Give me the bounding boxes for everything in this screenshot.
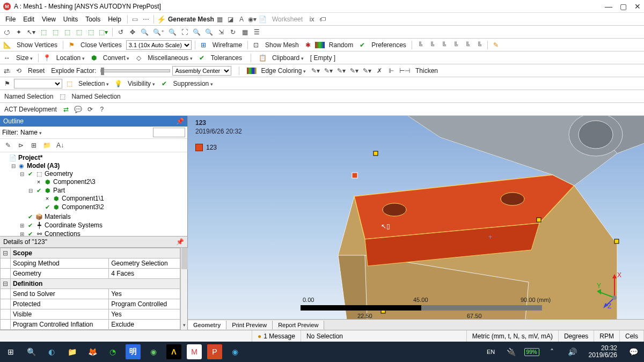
ansys-icon[interactable]: Λ (166, 344, 181, 359)
zoom-icon[interactable]: 🔍 (204, 27, 214, 37)
filter-value[interactable]: Name (20, 129, 42, 136)
tab-print-preview[interactable]: Print Preview (226, 321, 273, 329)
menu-help[interactable]: Help (105, 14, 125, 24)
menu-tools[interactable]: Tools (82, 14, 104, 24)
battery-indicator[interactable]: 99% (524, 348, 539, 356)
cursor-icon[interactable]: ↖▾ (26, 27, 36, 37)
toolbar-icon[interactable]: ▦ (240, 27, 250, 37)
filter-input[interactable] (153, 128, 185, 137)
close-button[interactable]: ✕ (634, 2, 641, 11)
tree-geometry[interactable]: Geometry (45, 170, 73, 178)
act-help-icon[interactable]: ? (97, 105, 107, 114)
clipboard-dropdown[interactable]: Clipboard (270, 54, 306, 62)
toolbar-icon[interactable]: ◉▾ (247, 14, 257, 24)
preferences-button[interactable]: Preferences (369, 41, 408, 49)
zoom-icon[interactable]: 🔍 (192, 27, 202, 37)
tab-geometry[interactable]: Geometry (188, 321, 226, 329)
maximize-button[interactable]: ▢ (620, 2, 627, 11)
status-messages[interactable]: ●1 Message (252, 330, 301, 342)
cube-icon[interactable]: ⬚ (50, 27, 60, 37)
show-vertices-button[interactable]: Show Vertices (14, 41, 60, 49)
toolbar-icon[interactable]: ✦ (14, 27, 24, 37)
edge-icon[interactable]: ✎▾ (310, 66, 321, 76)
named-selection-button[interactable]: Named Selection (69, 93, 122, 100)
cube-icon[interactable]: ⬚ (39, 27, 48, 37)
sort-icon[interactable]: A↓ (55, 141, 65, 150)
cube-icon[interactable]: ⬚ (74, 27, 84, 37)
zoom-box-icon[interactable]: ⛶ (180, 27, 189, 37)
tree-connections[interactable]: Connections (45, 230, 80, 236)
edge-icon[interactable]: ✎▾ (336, 66, 347, 76)
act-icon[interactable]: 💬 (73, 105, 83, 114)
toolbar-icon[interactable]: ▦ (215, 14, 225, 24)
menu-view[interactable]: View (39, 14, 59, 24)
menu-units[interactable]: Units (60, 14, 81, 24)
pan-icon[interactable]: ✥ (128, 27, 137, 37)
edge-icon[interactable]: ✎▾ (362, 66, 372, 76)
generate-mesh-button[interactable]: Generate Mesh (168, 16, 214, 23)
expand-icon[interactable]: ⊞ (29, 141, 39, 150)
language-indicator[interactable]: EN (484, 344, 499, 359)
details-value[interactable]: Yes (109, 309, 180, 320)
details-scrollbar[interactable]: ▴ ▾ (180, 248, 188, 330)
thicken-button[interactable]: Thicken (413, 67, 440, 75)
axis-icon[interactable]: ╚ (427, 40, 437, 50)
toolbar-icon[interactable]: ix (307, 14, 317, 24)
details-value[interactable]: Yes (109, 289, 180, 299)
tree-project[interactable]: Project* (18, 154, 42, 161)
pin-icon[interactable]: 📌 (176, 117, 184, 125)
toolbar-icon[interactable]: A (237, 14, 246, 24)
outline-tool-icon[interactable]: ⊳ (16, 141, 26, 150)
misc-dropdown[interactable]: Miscellaneous (145, 54, 195, 62)
edge-icon[interactable]: ✎▾ (349, 66, 360, 76)
gmail-icon[interactable]: M (187, 344, 202, 359)
toolbar-icon[interactable]: ⭯ (2, 27, 12, 37)
toolbar-icon[interactable]: ▭ (130, 14, 140, 24)
minimize-button[interactable]: — (605, 2, 612, 11)
toolbar-icon[interactable]: ✎ (491, 40, 501, 50)
power-icon[interactable]: 🔌 (504, 344, 519, 359)
toolbar-icon[interactable]: ⇄ᵢ (2, 66, 12, 76)
cube-icon[interactable]: ⬚ (62, 27, 72, 37)
menu-file[interactable]: File (2, 14, 19, 24)
cube-icon[interactable]: ⬚ (86, 27, 96, 37)
search-icon[interactable]: 🔍 (24, 344, 39, 359)
selection-dropdown[interactable]: Selection (76, 80, 111, 87)
app-icon[interactable]: ◉ (146, 344, 161, 359)
rotate-icon[interactable]: ↺ (116, 27, 126, 37)
app-icon[interactable]: ◉ (228, 344, 243, 359)
menu-edit[interactable]: Edit (20, 14, 38, 24)
zoom-icon[interactable]: 🔍⁺ (152, 27, 165, 37)
taskbar-clock[interactable]: 20:32 2019/6/26 (586, 345, 620, 359)
firefox-icon[interactable]: 🦊 (85, 344, 100, 359)
show-mesh-button[interactable]: Show Mesh (263, 41, 301, 49)
outline-tree[interactable]: 📄Project* ⊟◉Model (A3) ⊟✔⬚Geometry ×⬢Com… (0, 152, 187, 236)
act-icon[interactable]: ⟳ (85, 105, 95, 114)
cortana-icon[interactable]: ◐ (44, 344, 59, 359)
tray-chevron-icon[interactable]: ˄ (545, 344, 560, 359)
cube-icon[interactable]: ⬚▾ (98, 27, 109, 37)
app-icon[interactable]: ◔ (105, 344, 120, 359)
volume-icon[interactable]: 🔊 (565, 344, 580, 359)
toolbar-icon[interactable]: ⇲ (216, 27, 226, 37)
tree-component[interactable]: Component3\2 (62, 203, 104, 211)
viewport-3d[interactable]: 123 2019/6/26 20:32 123 ANSYS 2019 R1 (188, 116, 644, 330)
tree-model[interactable]: Model (A3) (27, 162, 60, 169)
tab-report-preview[interactable]: Report Preview (273, 321, 324, 329)
file-explorer-icon[interactable]: 📁 (64, 344, 79, 359)
act-icon[interactable]: ⇄ (61, 105, 71, 114)
size-dropdown[interactable]: Size (14, 54, 35, 62)
tree-coord-systems[interactable]: Coordinate Systems (45, 221, 103, 229)
toolbar-icon[interactable]: ↻ (228, 27, 238, 37)
tree-materials[interactable]: Materials (45, 213, 71, 220)
axis-triad-icon[interactable]: X Y Z (596, 271, 633, 308)
tolerances-button[interactable]: Tolerances (209, 54, 244, 62)
axis-icon[interactable]: ╚ (439, 40, 449, 50)
app-icon[interactable]: 明 (126, 344, 141, 359)
edge-icon[interactable]: ✗ (375, 66, 384, 76)
details-value[interactable]: Geometry Selection (109, 258, 180, 269)
wireframe-button[interactable]: Wireframe (210, 41, 244, 49)
tree-component[interactable]: Component1\1 (62, 195, 104, 202)
axis-icon[interactable]: ╚ (415, 40, 425, 50)
toolbar-icon[interactable]: ◪ (226, 14, 236, 24)
